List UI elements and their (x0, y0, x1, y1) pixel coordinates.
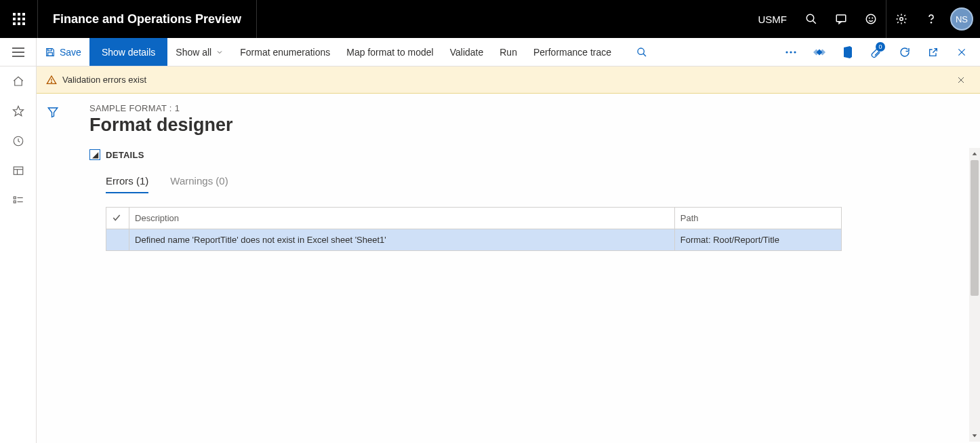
chevron-down-icon (216, 48, 224, 56)
workspace-icon (12, 165, 24, 177)
save-label: Save (60, 47, 81, 58)
top-bar: Finance and Operations Preview USMF NS (0, 0, 980, 38)
chevron-up-icon (971, 151, 978, 157)
svg-rect-6 (13, 22, 16, 25)
svg-rect-0 (13, 13, 16, 16)
clock-icon (12, 135, 24, 147)
nav-favorites[interactable] (0, 96, 37, 126)
scroll-down-button[interactable] (969, 429, 980, 442)
svg-point-15 (900, 18, 903, 21)
warning-icon (46, 75, 57, 85)
feedback-button[interactable] (856, 0, 886, 38)
nav-workspaces[interactable] (0, 156, 37, 186)
star-icon (12, 105, 24, 117)
popout-button[interactable] (919, 38, 947, 66)
svg-point-35 (794, 51, 796, 53)
table-header-row: Description Path (106, 208, 842, 229)
nav-recent[interactable] (0, 126, 37, 156)
close-form-button[interactable] (947, 38, 976, 66)
smiley-icon (865, 13, 877, 25)
close-icon (957, 76, 965, 84)
ellipsis-icon (785, 50, 797, 54)
vertical-scrollbar[interactable] (969, 160, 980, 429)
search-command-button[interactable] (628, 38, 656, 66)
left-nav-rail (0, 38, 37, 443)
map-format-label: Map format to model (346, 47, 433, 58)
nav-expand-button[interactable] (0, 38, 37, 66)
company-selector[interactable]: USMF (749, 14, 797, 25)
breadcrumb: SAMPLE FORMAT : 1 (89, 103, 960, 113)
messages-button[interactable] (826, 0, 856, 38)
attachments-badge: 0 (876, 42, 885, 52)
validate-button[interactable]: Validate (442, 38, 492, 66)
close-icon (957, 47, 966, 57)
chevron-down-icon (971, 432, 978, 439)
app-launcher-button[interactable] (0, 0, 38, 38)
show-details-button[interactable]: Show details (89, 38, 167, 66)
svg-rect-4 (18, 18, 20, 20)
diamond-icon (813, 47, 825, 57)
refresh-button[interactable] (891, 38, 919, 66)
gear-icon (895, 13, 907, 25)
search-icon (636, 47, 647, 58)
details-label: DETAILS (106, 150, 144, 160)
show-all-button[interactable]: Show all (167, 38, 232, 66)
scroll-thumb[interactable] (971, 160, 979, 296)
cell-description: Defined name 'ReportTitle' does not exis… (129, 229, 675, 251)
svg-marker-46 (973, 434, 977, 437)
svg-point-33 (785, 51, 788, 53)
home-icon (12, 75, 24, 88)
svg-marker-20 (13, 107, 23, 116)
performance-trace-label: Performance trace (533, 47, 611, 58)
svg-rect-3 (13, 18, 16, 20)
save-icon (45, 47, 56, 58)
column-path[interactable]: Path (674, 208, 841, 229)
svg-rect-8 (22, 22, 25, 25)
details-toggle[interactable]: ◢ DETAILS (89, 149, 960, 160)
performance-trace-button[interactable]: Performance trace (525, 38, 619, 66)
command-bar: Save Show details Show all Format enumer… (37, 38, 980, 66)
scroll-up-button[interactable] (969, 148, 980, 160)
tab-warnings[interactable]: Warnings (0) (170, 175, 228, 193)
row-selector[interactable] (106, 229, 129, 251)
refresh-icon (899, 46, 911, 58)
validation-banner: Validation errors exist (37, 66, 980, 94)
tab-errors[interactable]: Errors (1) (106, 175, 148, 193)
chat-icon (835, 13, 847, 25)
attachments-button[interactable]: 0 (862, 38, 891, 66)
svg-point-9 (807, 14, 814, 22)
svg-point-13 (869, 18, 870, 18)
format-enumerations-label: Format enumerations (240, 47, 330, 58)
modules-icon (12, 195, 24, 207)
waffle-icon (13, 13, 25, 25)
help-button[interactable] (916, 0, 946, 38)
field-options-button[interactable] (805, 38, 834, 66)
column-description[interactable]: Description (129, 208, 675, 229)
svg-rect-7 (18, 22, 20, 25)
office-button[interactable] (834, 38, 862, 66)
svg-line-10 (813, 20, 816, 24)
banner-close-button[interactable] (952, 71, 971, 90)
map-format-button[interactable]: Map format to model (338, 38, 441, 66)
filter-pane-button[interactable] (43, 102, 63, 122)
settings-button[interactable] (886, 0, 916, 38)
banner-message: Validation errors exist (62, 75, 146, 85)
more-button[interactable] (777, 38, 805, 66)
select-all-header[interactable] (106, 208, 129, 229)
svg-point-16 (931, 22, 931, 23)
format-enumerations-button[interactable]: Format enumerations (232, 38, 338, 66)
search-button[interactable] (796, 0, 826, 38)
save-button[interactable]: Save (37, 38, 89, 66)
nav-home[interactable] (0, 66, 37, 96)
svg-rect-30 (48, 52, 53, 56)
show-details-label: Show details (102, 47, 155, 58)
details-tabs: Errors (1) Warnings (0) (89, 175, 960, 193)
checkmark-icon (112, 213, 121, 223)
popout-icon (928, 47, 939, 58)
table-row[interactable]: Defined name 'ReportTitle' does not exis… (106, 229, 842, 251)
svg-rect-5 (22, 18, 25, 20)
nav-modules[interactable] (0, 186, 37, 216)
user-avatar[interactable]: NS (950, 7, 973, 31)
run-button[interactable]: Run (491, 38, 525, 66)
svg-point-31 (638, 48, 644, 54)
